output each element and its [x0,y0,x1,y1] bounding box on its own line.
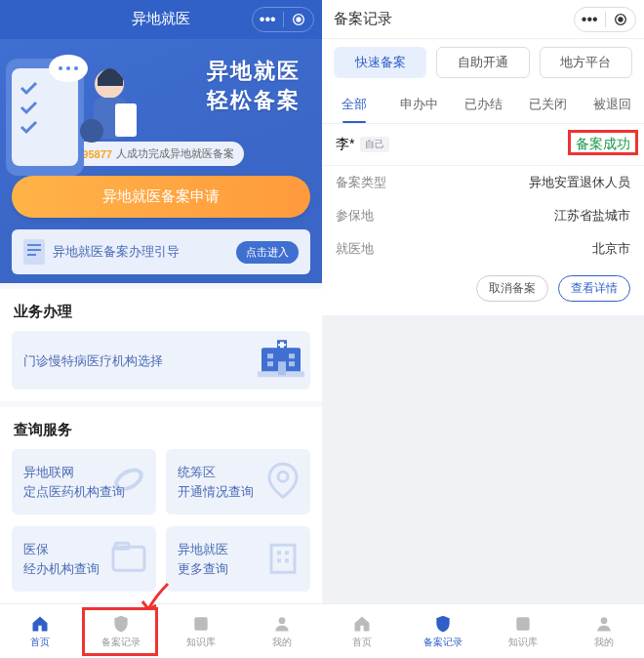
svg-rect-21 [267,354,273,359]
book-icon [191,614,211,634]
row-label: 参保地 [336,207,374,225]
svg-rect-28 [113,547,144,570]
pill-local[interactable]: 地方平台 [540,47,632,78]
svg-rect-25 [278,362,286,376]
records-area: 李* 自己 备案成功 备案类型异地安置退休人员 参保地江苏省盐城市 就医地北京市… [322,124,644,603]
svg-rect-24 [289,362,295,367]
home-icon [30,614,50,634]
more-icon[interactable]: ••• [253,11,283,28]
row-label: 就医地 [336,240,374,258]
record-card[interactable]: 李* 自己 备案成功 备案类型异地安置退休人员 参保地江苏省盐城市 就医地北京市… [322,124,644,315]
tab-home[interactable]: 首页 [322,604,403,658]
hero-banner: 异地就医 轻松备案 🔊 已有 11595877 人成功完成异地就医备案 异地就医… [0,39,322,283]
home-icon [352,614,372,634]
tab-processing[interactable]: 申办中 [386,86,451,123]
svg-point-1 [297,18,301,21]
status-tabs: 全部 申办中 已办结 已关闭 被退回 [322,86,644,124]
svg-rect-12 [23,239,45,265]
apply-button[interactable]: 异地就医备案申请 [12,176,310,218]
location-icon [263,460,302,505]
svg-rect-31 [277,551,281,555]
tab-mine[interactable]: 我的 [564,604,645,658]
pill-tabs: 快速备案 自助开通 地方平台 [322,39,644,86]
svg-point-38 [619,18,623,21]
svg-rect-34 [285,558,289,562]
svg-rect-6 [115,103,137,137]
svg-point-36 [278,617,285,624]
person-icon [272,614,292,634]
svg-rect-14 [27,249,41,251]
row-value: 异地安置退休人员 [529,174,630,191]
person-icon [594,614,614,634]
close-target-icon[interactable] [606,12,636,27]
close-target-icon[interactable] [284,12,314,27]
title-text: 异地就医 [132,10,190,28]
query-card-region[interactable]: 统筹区 开通情况查询 [166,449,310,514]
right-screen: 备案记录 ••• 快速备案 自助开通 地方平台 全部 申办中 已办结 已关闭 被… [322,0,644,658]
tab-home[interactable]: 首页 [0,604,81,658]
query-card-agency[interactable]: 医保 经办机构查询 [12,526,156,592]
svg-rect-33 [277,558,281,562]
svg-rect-15 [27,254,36,256]
tab-records[interactable]: 备案记录 [403,604,484,658]
svg-point-40 [600,617,607,624]
pill-quick[interactable]: 快速备案 [334,47,426,78]
view-detail-button[interactable]: 查看详情 [558,275,630,302]
self-badge: 自己 [360,137,389,152]
building-icon [263,537,302,582]
svg-point-11 [74,66,78,70]
section-query-title: 查询服务 [0,407,322,449]
titlebar-right: 备案记录 ••• [322,0,644,39]
tab-knowledge[interactable]: 知识库 [483,604,564,658]
svg-rect-23 [289,354,295,359]
svg-point-27 [278,472,288,481]
row-value: 北京市 [592,240,630,258]
left-screen: 异地就医 ••• 异地就医 轻松备案 � [0,0,322,658]
query-card-more[interactable]: 异地就医 更多查询 [166,526,310,592]
guide-enter-button[interactable]: 点击进入 [236,241,299,264]
svg-rect-20 [278,345,286,347]
row-value: 江苏省盐城市 [554,207,630,225]
miniprogram-capsule[interactable]: ••• [252,7,314,32]
svg-rect-39 [517,617,530,630]
tabbar-right: 首页 备案记录 知识库 我的 [322,603,644,658]
guide-bar[interactable]: 异地就医备案办理引导 点击进入 [12,229,310,274]
pill-icon [109,460,148,505]
more-icon[interactable]: ••• [575,11,605,28]
folder-icon [109,537,148,582]
query-card-network[interactable]: 异地联网 定点医药机构查询 [12,449,156,514]
hospital-icon [258,337,304,386]
book-icon [513,614,533,634]
tab-done[interactable]: 已办结 [451,86,515,123]
tab-all[interactable]: 全部 [322,86,386,123]
titlebar-left: 异地就医 ••• [0,0,322,39]
svg-rect-22 [267,362,273,367]
tab-mine[interactable]: 我的 [242,604,323,658]
hero-illustration [0,39,146,176]
shield-icon [111,614,131,634]
tab-knowledge[interactable]: 知识库 [161,604,242,658]
record-name: 李* [336,136,354,153]
guide-text: 异地就医备案办理引导 [53,243,180,261]
pill-self[interactable]: 自助开通 [436,47,529,78]
svg-rect-32 [285,551,289,555]
svg-rect-13 [27,244,41,246]
row-label: 备案类型 [336,174,386,191]
svg-point-9 [59,66,62,70]
svg-rect-3 [12,68,78,166]
svg-point-7 [80,119,103,143]
svg-rect-35 [195,617,208,630]
svg-rect-30 [271,545,295,572]
record-status: 备案成功 [576,136,630,153]
tabbar-left: 首页 备案记录 知识库 我的 [0,603,322,658]
shield-icon [433,614,453,634]
cancel-record-button[interactable]: 取消备案 [476,275,548,302]
section-biz-title: 业务办理 [0,289,322,331]
miniprogram-capsule[interactable]: ••• [574,7,636,32]
tab-closed[interactable]: 已关闭 [515,86,580,123]
svg-point-26 [113,466,144,493]
tab-records[interactable]: 备案记录 [81,604,162,658]
svg-point-10 [66,66,70,70]
biz-card-chronic[interactable]: 门诊慢特病医疗机构选择 [12,331,310,390]
tab-returned[interactable]: 被退回 [580,86,644,123]
